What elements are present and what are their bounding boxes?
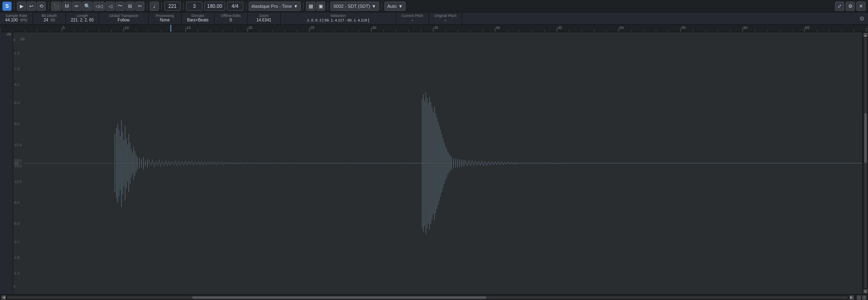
toolbar-sep-1: [14, 2, 14, 10]
auto-dropdown[interactable]: Auto ▼: [384, 2, 406, 11]
scroll-thumb-h: [192, 296, 486, 299]
waveform-svg: dB: [13, 32, 862, 294]
timeline-ruler[interactable]: [0, 25, 868, 32]
offline-edits-cell: Offline Edits 0: [215, 12, 248, 24]
metronome-btn[interactable]: ♩: [150, 2, 159, 11]
scroll-right-button[interactable]: ▶: [849, 295, 854, 300]
app-logo: S: [2, 2, 12, 11]
db-axis: dB: [0, 32, 13, 294]
play-button[interactable]: ▶: [17, 2, 26, 11]
scroll-left-button[interactable]: ◀: [2, 295, 6, 300]
view-btn-1[interactable]: ▦: [306, 2, 315, 11]
close-button[interactable]: ✕: [856, 2, 866, 11]
zoom-plus-button[interactable]: +: [862, 295, 866, 300]
playhead: [170, 25, 171, 32]
snap-btn[interactable]: ⊞: [125, 2, 134, 11]
sample-rate-cell: Sample Rate 44.100 kHz: [0, 12, 33, 24]
pencil-tool[interactable]: ✏: [72, 2, 81, 11]
toolbar-sep-9: [382, 2, 382, 10]
global-transpose-cell: Global Transpose Follow: [99, 12, 149, 24]
project-dropdown[interactable]: 0002 - SDT (SDT) ▼: [330, 2, 379, 11]
main-area: dB 69 . 2 69 . 3: [0, 32, 868, 294]
selection-cell: Selection 1. 0. 0. 2 [ 59. 1. 4.117 - 60…: [281, 12, 396, 24]
scroll-track-h[interactable]: [7, 296, 848, 299]
scroll-up-button[interactable]: ▲: [863, 33, 868, 37]
zoom-controls: - +: [857, 295, 866, 300]
db-label-top: dB: [7, 32, 11, 36]
toolbar-sep-6: [246, 2, 246, 10]
bit-depth-cell: Bit Depth 24 bit: [33, 12, 66, 24]
toolbar-sep-7: [303, 2, 304, 10]
timeline-canvas: [0, 25, 868, 32]
info-bar: Sample Rate 44.100 kHz Bit Depth 24 bit …: [0, 12, 868, 25]
current-pitch-cell: Current Pitch -: [396, 12, 429, 24]
length-cell: Length 221. 2. 2. 65: [66, 12, 99, 24]
rewind-button[interactable]: ↩: [27, 2, 36, 11]
right-scrollbar[interactable]: ▲ ▼: [862, 32, 868, 294]
bottom-scrollbar: ◀ ▶ - +: [0, 294, 868, 300]
toolbar-sep-3: [147, 2, 147, 10]
mode-controls: ⬛ M ✏ 🔍 ◁◁ ◁ 〜 ⊞ ✂: [51, 2, 144, 11]
time-sig-beats[interactable]: 4/4: [227, 2, 243, 11]
toolbar-sep-4: [161, 2, 162, 10]
expand-button[interactable]: ⤢: [835, 2, 844, 11]
scroll-thumb-v: [864, 113, 867, 163]
processing-cell: Processing None: [149, 12, 182, 24]
toolbar-sep-5: [183, 2, 184, 10]
original-pitch-cell: Original Pitch -: [429, 12, 462, 24]
record-button[interactable]: ⬛: [51, 2, 61, 11]
toolbar-sep-8: [328, 2, 328, 10]
scissors-btn[interactable]: ✂: [135, 2, 144, 11]
main-toolbar: S ▶ ↩ ⟲ ⬛ M ✏ 🔍 ◁◁ ◁ 〜 ⊞ ✂ ♩ 221 3 180.0…: [0, 0, 868, 12]
loop-button[interactable]: ⟲: [37, 2, 46, 11]
speaker-left[interactable]: ◁◁: [93, 2, 105, 11]
toolbar-sep-2: [48, 2, 49, 10]
mute-button[interactable]: M: [62, 2, 71, 11]
scroll-down-button[interactable]: ▼: [863, 289, 868, 293]
settings-gear-icon[interactable]: ⚙: [856, 12, 868, 24]
wave-btn[interactable]: 〜: [116, 2, 125, 11]
time-sig-numerator[interactable]: 3: [186, 2, 203, 11]
settings-button[interactable]: ⚙: [846, 2, 855, 11]
transport-controls: ▶ ↩ ⟲: [17, 2, 46, 11]
algorithm-dropdown[interactable]: élastique Pro - Time ▼: [249, 2, 301, 11]
zoom-minus-button[interactable]: -: [857, 295, 861, 300]
speaker-right[interactable]: ◁: [106, 2, 115, 11]
tempo-display[interactable]: 221: [164, 2, 181, 11]
waveform-area[interactable]: 69 . 2 69 . 3: [13, 32, 862, 294]
view-buttons: ▦ ▣: [306, 2, 325, 11]
time-sig-bpm[interactable]: 180.00: [204, 2, 225, 11]
svg-text:dB: dB: [20, 37, 25, 41]
view-btn-2[interactable]: ▣: [316, 2, 325, 11]
domain-cell: Domain Bars+Beats: [182, 12, 215, 24]
zoom-tool[interactable]: 🔍: [82, 2, 92, 11]
zoom-cell: Zoom 14.6341: [248, 12, 281, 24]
